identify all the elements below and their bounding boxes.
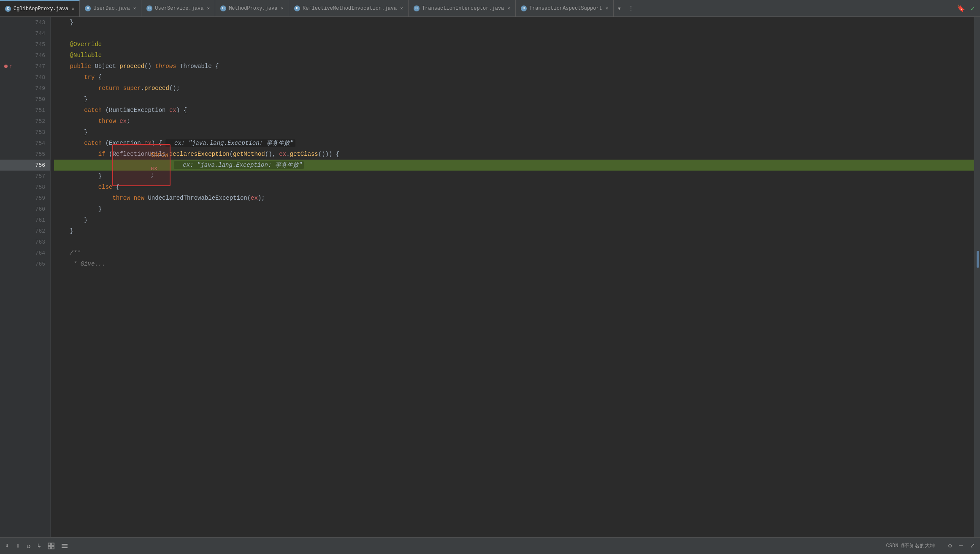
line-753: 753 bbox=[0, 127, 50, 138]
tab-cglib-close[interactable]: ✕ bbox=[72, 6, 75, 11]
tab-cglib[interactable]: C CglibAopProxy.java ✕ bbox=[0, 0, 80, 17]
tab-transactioninterceptor-close[interactable]: ✕ bbox=[507, 5, 510, 11]
code-line-750: } bbox=[54, 94, 980, 105]
line-764: 764 bbox=[0, 247, 50, 258]
line-757: 757 bbox=[0, 171, 50, 182]
tab-transactioninterceptor[interactable]: C TransactionInterceptor.java ✕ bbox=[409, 0, 516, 17]
minus-icon[interactable]: − bbox=[958, 542, 963, 550]
step-icon[interactable]: ↳ bbox=[38, 542, 41, 549]
code-line-763 bbox=[54, 236, 980, 247]
tab-methodproxy-label: MethodProxy.java bbox=[229, 5, 277, 11]
tab-transactionaspect[interactable]: C TransactionAspectSupport ✕ bbox=[516, 0, 614, 17]
code-line-765: * Give... bbox=[54, 258, 980, 269]
code-line-760: } bbox=[54, 204, 980, 215]
upload-arrow-icon[interactable]: ⬆ bbox=[16, 542, 20, 550]
table-icon[interactable] bbox=[48, 543, 54, 549]
arrow-indicator-747: ↑ bbox=[9, 63, 13, 70]
vertical-scrollbar[interactable] bbox=[974, 17, 980, 537]
code-line-743: } bbox=[54, 17, 980, 28]
bookmark-icon[interactable]: 🔖 bbox=[957, 4, 965, 13]
redbox-throw-ex: throw ex ; bbox=[112, 144, 171, 186]
line-765: 765 bbox=[0, 258, 50, 269]
tab-userservice-close[interactable]: ✕ bbox=[207, 5, 210, 11]
code-editor[interactable]: } @Override @Nullable public Object proc… bbox=[51, 17, 980, 537]
svg-rect-3 bbox=[51, 546, 54, 549]
code-line-744 bbox=[54, 28, 980, 39]
breakpoint-indicator-747 bbox=[4, 65, 8, 68]
code-line-749: return super . proceed (); bbox=[54, 83, 980, 94]
line-751: 751 bbox=[0, 105, 50, 116]
debug-info-756: ex: "java.lang.Exception: 事务生效" bbox=[174, 161, 304, 169]
svg-rect-4 bbox=[62, 544, 68, 545]
tab-transactionaspect-label: TransactionAspectSupport bbox=[529, 5, 602, 11]
line-754: 754 bbox=[0, 138, 50, 149]
tab-reflective-label: ReflectiveMethodInvocation.java bbox=[303, 5, 397, 11]
line-748: 748 bbox=[0, 72, 50, 83]
code-line-745: @Override bbox=[54, 39, 980, 50]
code-line-748: try { bbox=[54, 72, 980, 83]
tab-transactionaspect-close[interactable]: ✕ bbox=[606, 5, 609, 11]
debug-info-754: ex: "java.lang.Exception: 事务生效" bbox=[165, 139, 295, 147]
code-line-764: /** bbox=[54, 247, 980, 258]
line-750: 750 bbox=[0, 94, 50, 105]
line-760: 760 bbox=[0, 204, 50, 215]
tab-transactioninterceptor-label: TransactionInterceptor.java bbox=[422, 5, 504, 11]
line-743: 743 bbox=[0, 17, 50, 28]
top-right-icons: 🔖 ✓ bbox=[957, 4, 980, 13]
tab-userservice-icon: C bbox=[146, 5, 152, 11]
tab-userdao-icon: C bbox=[85, 5, 91, 11]
code-line-762: } bbox=[54, 225, 980, 236]
tab-methodproxy[interactable]: C MethodProxy.java ✕ bbox=[215, 0, 289, 17]
checkmark-icon[interactable]: ✓ bbox=[970, 4, 975, 13]
tab-transactionaspect-icon: C bbox=[521, 5, 527, 11]
reload-icon[interactable]: ↺ bbox=[27, 542, 31, 550]
expand-icon[interactable]: ⤢ bbox=[970, 542, 975, 549]
code-line-757: } bbox=[54, 171, 980, 182]
tab-reflective[interactable]: C ReflectiveMethodInvocation.java ✕ bbox=[289, 0, 409, 17]
line-756: 756 bbox=[0, 160, 50, 171]
tab-more-button[interactable]: ⋮ bbox=[625, 5, 637, 12]
svg-rect-1 bbox=[51, 543, 54, 546]
tab-userservice[interactable]: C UserService.java ✕ bbox=[141, 0, 215, 17]
code-line-758: else { bbox=[54, 182, 980, 193]
tab-cglib-label: CglibAopProxy.java bbox=[14, 6, 68, 12]
settings-icon[interactable]: ⚙ bbox=[948, 542, 952, 549]
tab-methodproxy-icon: C bbox=[220, 5, 226, 11]
tab-userdao-label: UserDao.java bbox=[93, 5, 130, 11]
list-icon[interactable] bbox=[61, 543, 68, 549]
code-line-756: throw ex ; ex: "java.lang.Exception: 事务生… bbox=[54, 160, 980, 171]
download-arrow-icon[interactable]: ⬇ bbox=[5, 542, 9, 550]
tab-overflow-button[interactable]: ▾ bbox=[614, 4, 625, 13]
code-content: } @Override @Nullable public Object proc… bbox=[51, 17, 980, 269]
line-752: 752 bbox=[0, 116, 50, 127]
line-758: 758 bbox=[0, 182, 50, 193]
code-line-761: } bbox=[54, 215, 980, 225]
svg-rect-2 bbox=[48, 546, 51, 549]
bottom-toolbar: ⬇ ⬆ ↺ ↳ CSDN @不知名的大坤 ⚙ − ⤢ bbox=[0, 537, 980, 554]
tab-cglib-icon: C bbox=[5, 6, 11, 12]
code-line-754: catch (Exception ex ) { ex: "java.lang.E… bbox=[54, 138, 980, 149]
line-746: 746 bbox=[0, 50, 50, 61]
code-line-753: } bbox=[54, 127, 980, 138]
tab-reflective-close[interactable]: ✕ bbox=[400, 5, 403, 11]
code-line-752: throw ex ; bbox=[54, 116, 980, 127]
line-744: 744 bbox=[0, 28, 50, 39]
code-line-751: catch (RuntimeException ex ) { bbox=[54, 105, 980, 116]
tab-transactioninterceptor-icon: C bbox=[414, 5, 420, 11]
code-line-747: public Object proceed () throws Throwabl… bbox=[54, 61, 980, 72]
line-749: 749 bbox=[0, 83, 50, 94]
tab-reflective-icon: C bbox=[294, 5, 300, 11]
tab-methodproxy-close[interactable]: ✕ bbox=[281, 5, 284, 11]
line-745: 745 bbox=[0, 39, 50, 50]
csdn-attribution: CSDN @不知名的大坤 bbox=[886, 543, 935, 549]
svg-rect-0 bbox=[48, 543, 51, 546]
scrollbar-thumb[interactable] bbox=[977, 251, 979, 268]
line-761: 761 bbox=[0, 215, 50, 225]
tab-userdao-close[interactable]: ✕ bbox=[133, 5, 136, 11]
bottom-right-text: CSDN @不知名的大坤 bbox=[886, 542, 935, 549]
editor-main: 743 744 745 746 747 ↑ 748 749 750 751 75… bbox=[0, 17, 980, 537]
tab-bar: C CglibAopProxy.java ✕ C UserDao.java ✕ … bbox=[0, 0, 980, 17]
code-line-759: throw new UndeclaredThrowableException( … bbox=[54, 193, 980, 204]
line-755: 755 bbox=[0, 149, 50, 160]
tab-userdao[interactable]: C UserDao.java ✕ bbox=[80, 0, 141, 17]
